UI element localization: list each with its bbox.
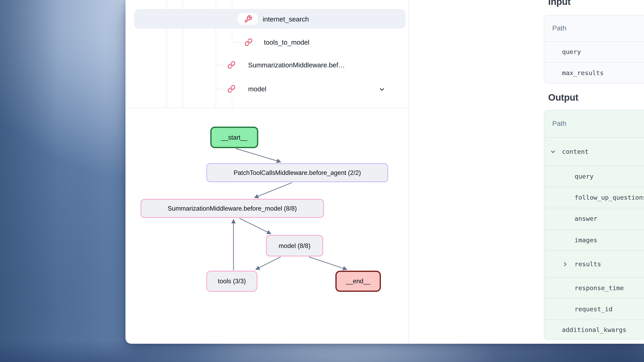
path-row: response_time	[544, 277, 644, 298]
path-row-label: max_results	[544, 69, 604, 77]
graph-node-model[interactable]: model (8/8)	[266, 235, 323, 257]
chevron-down-icon[interactable]	[550, 148, 556, 155]
graph-node-patch-tool-calls-middleware[interactable]: PatchToolCallsMiddleware.before_agent (2…	[206, 163, 388, 182]
path-row: query	[544, 166, 644, 187]
path-row-label: images	[544, 236, 597, 244]
path-row-label: response_time	[544, 284, 624, 292]
output-section-title: Output	[548, 92, 578, 103]
path-row: max_results	[544, 62, 644, 84]
path-column-header: Path	[544, 24, 566, 32]
path-row-content[interactable]: content	[544, 137, 644, 166]
chevron-right-icon[interactable]	[562, 261, 568, 267]
input-section-title: Input	[548, 0, 570, 7]
graph-node-end[interactable]: __end__	[336, 271, 381, 292]
path-row: additional_kwargs	[544, 319, 644, 340]
path-row-label: follow_up_questions	[544, 194, 644, 201]
path-row-results[interactable]: results	[544, 250, 644, 277]
path-row: query	[544, 41, 644, 62]
input-path-table: Path query max_results	[544, 15, 644, 84]
path-column-header: Path	[544, 120, 566, 128]
graph-node-summarization-middleware[interactable]: SummarizationMiddleware.before_model (8/…	[140, 199, 324, 218]
path-row: follow_up_questions	[544, 187, 644, 208]
output-path-table: Path content query follow_up_questions a…	[544, 110, 644, 340]
path-row-label: query	[544, 173, 594, 180]
graph-node-start[interactable]: __start__	[210, 127, 258, 148]
path-row-label: results	[544, 260, 601, 268]
io-panel: Input Path query max_results Output Path	[408, 0, 644, 344]
screen: internet_search tools_to_model	[0, 0, 644, 362]
trace-viewer-window: internet_search tools_to_model	[126, 0, 644, 344]
path-row: answer	[544, 208, 644, 229]
path-row-label: query	[544, 48, 581, 56]
path-row-label: request_id	[544, 305, 612, 313]
path-row: request_id	[544, 298, 644, 319]
path-row-label: additional_kwargs	[544, 326, 626, 334]
table-header-row: Path	[544, 110, 644, 137]
table-header-row: Path	[544, 15, 644, 41]
graph-node-tools[interactable]: tools (3/3)	[206, 271, 258, 292]
path-row-label: answer	[544, 215, 597, 222]
path-row: images	[544, 229, 644, 250]
